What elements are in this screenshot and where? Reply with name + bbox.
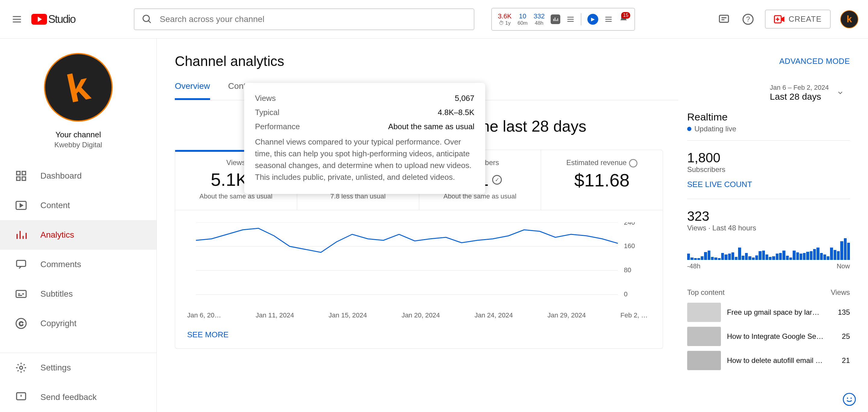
svg-rect-10 xyxy=(17,261,26,267)
tooltip-value: 5,067 xyxy=(455,94,474,103)
updating-dot-icon xyxy=(687,127,691,131)
tooltip-label: Views xyxy=(255,94,276,103)
date-range-label: Last 28 days xyxy=(770,92,829,102)
see-live-count-link[interactable]: SEE LIVE COUNT xyxy=(687,180,850,189)
tooltip-label: Typical xyxy=(255,108,279,117)
comments-icon xyxy=(14,258,28,271)
svg-text:80: 80 xyxy=(624,266,631,274)
svg-point-24 xyxy=(843,393,855,405)
chart-icon[interactable] xyxy=(551,14,560,24)
nav-item-dashboard[interactable]: Dashboard xyxy=(0,161,156,191)
nav-item-subtitles[interactable]: Subtitles xyxy=(0,279,156,309)
realtime-bar xyxy=(844,238,846,260)
channel-avatar[interactable]: k xyxy=(44,53,113,122)
check-icon: ✓ xyxy=(492,175,502,184)
tooltip-value: About the same as usual xyxy=(388,122,474,131)
notif-count: 15 xyxy=(621,12,630,19)
content-icon xyxy=(14,199,28,212)
realtime-bar xyxy=(769,257,772,260)
video-thumbnail xyxy=(687,351,721,370)
realtime-bar xyxy=(758,251,761,260)
chat-button[interactable] xyxy=(717,12,731,27)
see-more-link[interactable]: SEE MORE xyxy=(187,330,651,339)
create-button[interactable]: CREATE xyxy=(765,10,831,29)
studio-logo[interactable]: Studio xyxy=(31,12,75,27)
rt-subs-value: 1,800 xyxy=(687,150,850,165)
realtime-bar xyxy=(782,250,785,260)
date-range-picker[interactable]: Jan 6 – Feb 2, 2024 Last 28 days xyxy=(770,84,844,102)
line-chart[interactable]: 240 160 80 0 xyxy=(187,222,651,307)
rt-views-label: Views · Last 48 hours xyxy=(687,224,850,232)
realtime-bar xyxy=(690,258,693,260)
nav-item-analytics[interactable]: Analytics xyxy=(0,220,156,250)
lines-icon[interactable] xyxy=(566,15,575,24)
video-title: Free up gmail space by lar… xyxy=(727,308,832,316)
realtime-bar xyxy=(755,255,758,260)
tooltip-row: Typical 4.8K–8.5K xyxy=(255,108,474,117)
search-input[interactable] xyxy=(160,14,467,24)
play-circle-icon[interactable]: ▶ xyxy=(587,14,598,25)
svg-rect-6 xyxy=(22,171,26,175)
svg-text:0: 0 xyxy=(624,290,627,298)
rt-views: 323 Views · Last 48 hours -48h Now xyxy=(687,199,850,280)
advanced-mode-link[interactable]: ADVANCED MODE xyxy=(779,57,850,66)
chart-x-label: Jan 11, 2024 xyxy=(255,311,294,319)
nav-label: Settings xyxy=(40,363,71,373)
svg-rect-8 xyxy=(22,177,26,180)
realtime-bar xyxy=(724,254,727,260)
svg-point-0 xyxy=(143,15,150,22)
user-avatar[interactable]: k xyxy=(840,10,858,28)
realtime-bar xyxy=(762,250,765,260)
nav-item-send-feedback[interactable]: Send feedback xyxy=(0,382,156,412)
realtime-bar xyxy=(779,253,782,260)
metric-1-val: 3.6K xyxy=(498,12,512,20)
search-box[interactable] xyxy=(134,8,474,30)
tooltip-row: Views 5,067 xyxy=(255,94,474,103)
hamburger-icon xyxy=(11,14,22,25)
metric-1-sub: ⏱ 1y xyxy=(499,20,510,26)
menu-icon[interactable] xyxy=(604,15,613,24)
metric-card-estimated-revenue[interactable]: Estimated revenue $11.68 xyxy=(541,150,663,210)
hamburger-menu[interactable] xyxy=(10,12,24,27)
realtime-bar xyxy=(718,258,721,260)
copyright-icon: C xyxy=(14,317,28,330)
chart-x-label: Jan 15, 2024 xyxy=(329,311,367,319)
create-icon xyxy=(774,15,785,24)
rt-subs-label: Subscribers xyxy=(687,165,850,174)
chat-bubble-icon[interactable] xyxy=(843,393,856,406)
header-metrics[interactable]: 3.6K ⏱ 1y 10 60m 332 48h ▶ 15 xyxy=(491,8,635,31)
realtime-bar-chart[interactable] xyxy=(687,238,850,260)
nav-item-copyright[interactable]: CCopyright xyxy=(0,309,156,338)
main-header: Channel analytics ADVANCED MODE xyxy=(175,53,850,69)
tc-header-right: Views xyxy=(831,288,850,297)
chart-x-label: Jan 20, 2024 xyxy=(401,311,440,319)
header-right: ? CREATE k xyxy=(717,10,858,29)
top-content-row[interactable]: Free up gmail space by lar… 135 xyxy=(687,303,850,322)
top-content-row[interactable]: How to Integrate Google Se… 25 xyxy=(687,327,850,346)
top-content-row[interactable]: How to delete autofill email … 21 xyxy=(687,351,850,370)
realtime-bar xyxy=(816,247,819,260)
tc-header-left: Top content xyxy=(687,288,724,297)
top-content: Top content Views Free up gmail space by… xyxy=(687,288,850,370)
chat-icon xyxy=(718,13,730,25)
notification-bell[interactable]: 15 xyxy=(619,14,628,25)
tab-overview[interactable]: Overview xyxy=(175,74,210,100)
metric-2-val: 10 xyxy=(519,12,526,20)
chart-container: 240 160 80 0 Jan 6, 20…Jan 11, 2024Jan 1… xyxy=(175,210,663,349)
metric-value: $11.68 xyxy=(547,170,657,191)
realtime-bar xyxy=(772,256,775,260)
help-button[interactable]: ? xyxy=(741,12,755,27)
svg-text:C: C xyxy=(19,320,23,327)
chart-x-label: Feb 2, … xyxy=(620,311,647,319)
nav-item-content[interactable]: Content xyxy=(0,191,156,220)
realtime-bar xyxy=(824,254,826,260)
nav-list: DashboardContentAnalyticsCommentsSubtitl… xyxy=(0,161,156,353)
nav-item-comments[interactable]: Comments xyxy=(0,250,156,279)
nav-item-settings[interactable]: Settings xyxy=(0,353,156,382)
realtime-bar xyxy=(732,252,734,260)
metric-label: Estimated revenue xyxy=(547,159,657,167)
search-icon xyxy=(142,14,153,25)
realtime-bar xyxy=(766,254,768,260)
svg-rect-7 xyxy=(17,177,20,180)
realtime-bar xyxy=(793,250,795,260)
